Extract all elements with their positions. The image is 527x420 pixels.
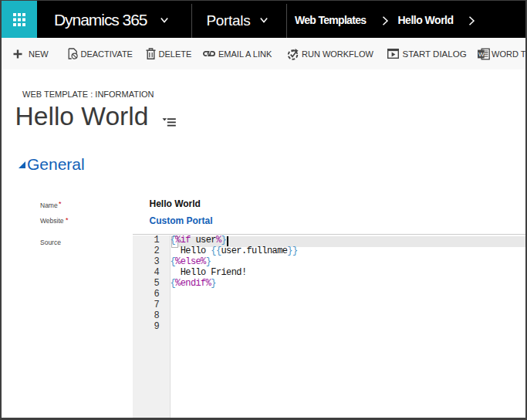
svg-text:W: W xyxy=(478,50,485,57)
